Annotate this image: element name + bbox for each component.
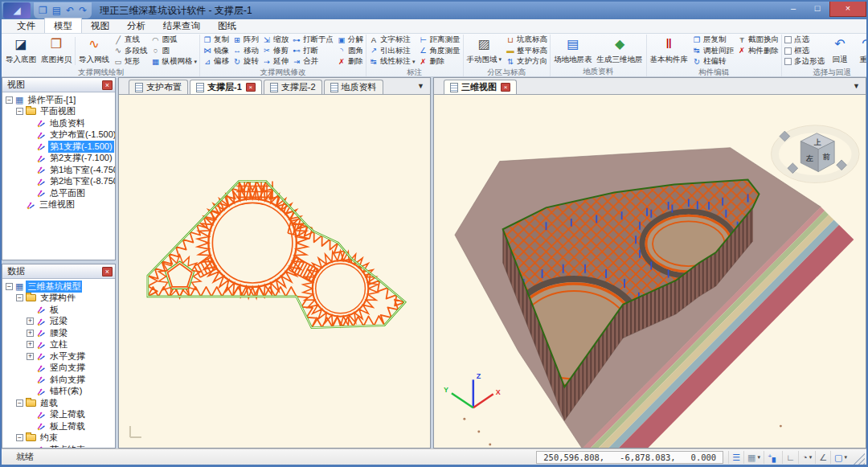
ribbon-button-support-direction[interactable]: ⇅支护方向 <box>504 56 549 68</box>
3d-scene[interactable]: 上左前ZXY <box>434 95 866 448</box>
tree-item[interactable]: −超载 <box>2 397 115 409</box>
tree-item[interactable]: −约束 <box>2 432 115 444</box>
expand-icon[interactable]: + <box>27 341 34 348</box>
ribbon-button-offset[interactable]: ⊿偏移 <box>201 56 231 68</box>
tab-list-dropdown-icon[interactable]: ▼ <box>853 82 860 90</box>
undo-icon[interactable]: ↶ <box>66 6 74 15</box>
ribbon-button-polyline[interactable]: ∿多段线 <box>112 46 149 57</box>
collapse-icon[interactable]: − <box>16 294 23 301</box>
ribbon-button-distance-measure[interactable]: ⊢距离测量 <box>417 35 462 46</box>
tree-item[interactable]: +水平支撑 <box>2 350 115 363</box>
expand-icon[interactable]: + <box>27 330 34 337</box>
status-tool-angle[interactable]: ∠ <box>815 451 830 464</box>
tree-item[interactable]: +冠梁 <box>2 316 115 328</box>
ribbon-button-manual-region[interactable]: ▨手动围域▾ <box>465 35 505 63</box>
status-tool-grid-display[interactable]: ▦▾ <box>743 451 764 464</box>
ribbon-button-layer-copy[interactable]: ❐层复制 <box>690 35 735 46</box>
collapse-icon[interactable]: − <box>16 108 23 115</box>
tree-item[interactable]: 斜向支撑 <box>2 374 115 386</box>
ribbon-checkbox-point-select[interactable]: 点选 <box>783 35 826 46</box>
menu-tab-model[interactable]: 模型 <box>44 18 82 33</box>
tree-item[interactable]: 锚杆(索) <box>2 386 115 398</box>
status-tool-snap[interactable]: ⁺▖ <box>764 451 782 464</box>
collapse-icon[interactable]: − <box>6 96 13 104</box>
tree-item[interactable]: 板 <box>2 304 115 316</box>
ribbon-button-basemap-copy[interactable]: ❐底图拷贝 <box>39 35 74 63</box>
menu-tab-file[interactable]: 文件 <box>8 18 44 33</box>
collapse-icon[interactable]: − <box>16 399 23 407</box>
nav-cube[interactable]: 上左前 <box>771 125 859 183</box>
tree-item[interactable]: −支撑构件 <box>2 293 115 305</box>
plan-drawing[interactable] <box>119 95 430 448</box>
ribbon-button-leader-annotation[interactable]: ↗引出标注 <box>367 46 417 57</box>
ribbon-button-linear-annotation[interactable]: ↹线性标注▾ <box>367 56 417 68</box>
menu-tab-result-query[interactable]: 结果查询 <box>154 18 209 33</box>
status-tool-ortho[interactable]: ∟ <box>782 451 798 464</box>
ribbon-button-array[interactable]: ⊞阵列 <box>231 35 260 46</box>
ribbon-button-delete-annotation[interactable]: ✗删除 <box>417 56 462 68</box>
ribbon-button-angle-measure[interactable]: ∠角度测量 <box>417 46 462 57</box>
box-select-checkbox[interactable] <box>784 47 792 55</box>
point-select-checkbox[interactable] <box>784 36 792 43</box>
ribbon-button-import-basemap[interactable]: ◪导入底图 <box>3 35 39 63</box>
ribbon-checkbox-polygon-select[interactable]: 多边形选 <box>783 56 826 68</box>
view-tab-brace-layer-2[interactable]: 支撑层-2 <box>264 80 322 94</box>
status-tool-layers[interactable]: ☰ <box>728 451 743 464</box>
tree-item[interactable]: +立柱 <box>2 339 115 351</box>
tree-item[interactable]: 总平面图 <box>2 187 115 199</box>
tree-item[interactable]: −▦操作平面-[1] <box>2 94 115 106</box>
resize-grip[interactable] <box>854 453 865 465</box>
data-panel-close-icon[interactable]: × <box>102 267 113 277</box>
ribbon-button-adjust-pile-spacing[interactable]: ↹调桩间距 <box>690 46 735 57</box>
ribbon-button-text-annotation[interactable]: A文字标注 <box>367 35 417 46</box>
tab-close-icon[interactable]: × <box>246 83 256 92</box>
ribbon-button-mirror[interactable]: ⋈镜像 <box>201 46 231 57</box>
ribbon-button-site-strata-table[interactable]: ▤场地地层表 <box>551 35 595 63</box>
tree-item[interactable]: 板上荷载 <box>2 420 115 432</box>
ribbon-button-join[interactable]: ⇥合并 <box>290 56 335 68</box>
tree-item[interactable]: 节点约束 <box>2 444 115 448</box>
tree-item[interactable]: +腰梁 <box>2 327 115 339</box>
save-icon[interactable]: ▤ <box>52 6 61 15</box>
tree-item[interactable]: 第2地下室(-8.750) <box>2 176 115 188</box>
maximize-button[interactable]: □ <box>805 2 829 17</box>
view-panel-close-icon[interactable]: × <box>102 80 113 90</box>
collapse-icon[interactable]: − <box>16 434 23 441</box>
view-tab-3d-view[interactable]: 三维视图× <box>444 80 517 94</box>
collapse-icon[interactable]: − <box>6 283 13 290</box>
plan-canvas[interactable] <box>119 94 430 448</box>
ribbon-button-rotate[interactable]: ↻旋转 <box>231 56 260 68</box>
view-tab-brace-layer-1[interactable]: 支撑层-1× <box>190 80 262 94</box>
ribbon-button-basic-component-library[interactable]: Ⅱ基本构件库 <box>648 35 691 63</box>
ribbon-button-column-rotate[interactable]: ↻柱偏转 <box>690 56 735 68</box>
tree-item[interactable]: 第2支撑(-7.100) <box>2 153 115 165</box>
ribbon-button-fillet[interactable]: ◝圆角 <box>335 46 365 57</box>
ribbon-button-explode[interactable]: ▣分解 <box>335 35 365 46</box>
tree-item[interactable]: 地质资料 <box>2 117 115 129</box>
ribbon-button-arc[interactable]: ◠圆弧 <box>149 35 199 46</box>
ribbon-button-section-reverse[interactable]: Ŧ截面换向 <box>735 35 780 46</box>
ribbon-button-scale[interactable]: ⇲缩放 <box>260 35 290 46</box>
status-tool-select-mode[interactable]: ▢▾ <box>830 451 850 464</box>
ribbon-button-rectangle[interactable]: ▭矩形 <box>112 56 149 68</box>
status-tool-polar[interactable]: ◔▾ <box>798 451 815 464</box>
view-tab-support-layout[interactable]: 支护布置 <box>129 80 188 94</box>
tree-item[interactable]: 第1地下室(-4.750) <box>2 164 115 176</box>
ribbon-button-leveling-elevation[interactable]: ▬整平标高 <box>504 46 549 57</box>
ribbon-button-trim[interactable]: ✂修剪 <box>260 46 290 57</box>
tab-close-icon[interactable]: × <box>501 83 510 92</box>
polygon-select-checkbox[interactable] <box>784 58 792 65</box>
ribbon-button-break[interactable]: ⊷打断 <box>290 46 335 57</box>
minimize-button[interactable]: – <box>781 2 805 17</box>
ribbon-button-copy[interactable]: ❐复制 <box>201 35 231 46</box>
ribbon-button-redo[interactable]: ↷重做 <box>854 35 866 63</box>
redo-icon[interactable]: ↷ <box>79 6 87 15</box>
tree-item[interactable]: 支护布置(-1.500) <box>2 129 115 141</box>
tree-item[interactable]: −平面视图 <box>2 106 115 118</box>
ribbon-button-break-at-point[interactable]: ⊶打断于点 <box>290 35 335 46</box>
ribbon-button-generate-3d-strata[interactable]: ◆生成三维地层 <box>595 35 645 63</box>
ribbon-button-delete[interactable]: ✗删除 <box>335 56 365 68</box>
menu-tab-analysis[interactable]: 分析 <box>118 18 154 33</box>
ribbon-button-pit-bottom-elevation[interactable]: ⊔坑底标高 <box>504 35 549 46</box>
ribbon-button-grid-lines[interactable]: ▦纵横网格▾ <box>149 56 199 68</box>
